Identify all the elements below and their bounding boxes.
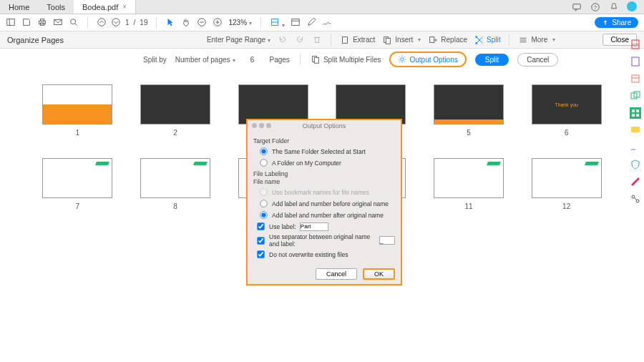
page-thumb[interactable] (434, 158, 504, 198)
rail-more-tools-icon[interactable] (630, 193, 641, 205)
split-cancel-button[interactable]: Cancel (517, 53, 558, 67)
tab-tools[interactable]: Tools (38, 0, 74, 14)
traffic-max-icon[interactable] (266, 123, 271, 128)
split-mode-dropdown[interactable]: Number of pages (175, 56, 235, 64)
target-folder-heading: Target Folder (253, 137, 395, 145)
check-use-label-label: Use label: (269, 223, 296, 230)
page-range-dropdown[interactable]: Enter Page Range (207, 36, 270, 44)
svg-rect-25 (386, 38, 391, 44)
page-thumb[interactable] (140, 158, 210, 198)
rail-comment-icon[interactable] (630, 124, 641, 136)
trash-icon[interactable] (312, 34, 322, 46)
tab-home[interactable]: Home (0, 0, 38, 14)
rail-protect-icon[interactable] (630, 159, 641, 170)
zoom-value[interactable]: 123% (228, 19, 252, 26)
svg-rect-26 (430, 36, 434, 42)
hand-icon[interactable] (181, 17, 191, 29)
rail-export-pdf-icon[interactable]: PDF (630, 39, 641, 50)
page-current[interactable]: 1 (125, 19, 130, 26)
page-number: 5 (467, 129, 471, 137)
zoom-out-icon[interactable] (197, 17, 207, 29)
radio-label-before[interactable] (260, 200, 267, 207)
svg-line-10 (75, 23, 77, 25)
rail-edit-pdf-icon[interactable] (630, 73, 641, 84)
bell-icon[interactable] (608, 1, 620, 13)
replace-button[interactable]: Replace (428, 35, 467, 45)
fit-dropdown-icon[interactable] (270, 17, 285, 29)
rotate-left-icon[interactable] (278, 34, 288, 46)
sign-icon[interactable] (322, 17, 332, 29)
rail-fill-sign-icon[interactable] (630, 142, 641, 153)
svg-rect-38 (632, 75, 639, 82)
help-icon[interactable]: ? (590, 1, 601, 13)
zoom-in-icon[interactable] (213, 17, 223, 29)
traffic-min-icon[interactable] (259, 123, 264, 128)
page-number: 8 (173, 202, 177, 210)
radio-same-folder-label: The Same Folder Selected at Start (272, 148, 366, 155)
file-name-heading: File name (253, 178, 395, 185)
extract-label: Extract (353, 36, 375, 44)
avatar[interactable] (627, 1, 637, 11)
split-tool[interactable]: Split (474, 35, 500, 45)
more-dropdown[interactable]: More (518, 35, 555, 45)
svg-rect-21 (316, 37, 319, 42)
rail-create-pdf-icon[interactable] (630, 56, 641, 67)
page-thumb[interactable] (434, 84, 504, 124)
page-thumb[interactable] (140, 84, 210, 124)
rail-organize-icon[interactable] (630, 107, 641, 119)
page-number: 12 (562, 202, 570, 210)
dialog-title: Output Options (303, 122, 346, 129)
read-mode-icon[interactable] (291, 17, 301, 29)
split-count[interactable]: 6 (244, 56, 261, 64)
page-up-icon[interactable] (97, 17, 107, 29)
chat-icon[interactable] (571, 1, 582, 13)
tab-document-label: Bodea.pdf (82, 3, 118, 11)
traffic-close-icon[interactable] (252, 123, 257, 128)
mail-icon[interactable] (53, 17, 63, 29)
svg-rect-23 (343, 36, 348, 43)
separator-input[interactable] (379, 236, 395, 245)
share-button[interactable]: Share (595, 17, 638, 28)
check-use-separator[interactable] (257, 237, 264, 244)
save-icon[interactable] (21, 17, 31, 29)
svg-rect-43 (636, 109, 639, 112)
search-icon[interactable] (69, 17, 79, 29)
close-tab-icon[interactable]: × (122, 3, 127, 11)
page-thumb[interactable] (532, 158, 602, 198)
rail-combine-icon[interactable] (630, 90, 641, 102)
annotate-icon[interactable] (306, 17, 316, 29)
page-total: 19 (140, 19, 147, 26)
svg-point-11 (98, 18, 106, 26)
radio-label-before-label: Add label and number before original nam… (272, 200, 389, 207)
sidebar-toggle-icon[interactable] (6, 17, 16, 29)
split-button[interactable]: Split (475, 54, 509, 66)
print-icon[interactable] (37, 17, 47, 29)
radio-my-computer[interactable] (260, 159, 267, 166)
check-no-overwrite[interactable] (257, 250, 264, 258)
check-use-label[interactable] (257, 222, 264, 230)
rotate-right-icon[interactable] (295, 34, 305, 46)
radio-same-folder[interactable] (260, 147, 267, 155)
radio-my-computer-label: A Folder on My Computer (272, 160, 341, 167)
pointer-icon[interactable] (165, 17, 175, 29)
page-thumb[interactable]: Thank you (532, 84, 602, 124)
insert-dropdown[interactable]: Insert (382, 35, 421, 45)
extract-button[interactable]: Extract (340, 35, 375, 45)
dialog-cancel-button[interactable]: Cancel (316, 268, 357, 280)
page-number: 6 (565, 129, 569, 137)
use-label-input[interactable] (300, 222, 328, 231)
dialog-ok-button[interactable]: OK (363, 268, 395, 280)
page-number: 1 (76, 129, 80, 137)
output-options-button[interactable]: Output Options (389, 52, 466, 67)
tab-document[interactable]: Bodea.pdf × (74, 0, 136, 14)
page-down-icon[interactable] (111, 17, 121, 29)
rail-redact-icon[interactable] (630, 176, 641, 187)
svg-point-34 (401, 58, 404, 62)
split-multiple-button[interactable]: Split Multiple Files (311, 54, 381, 64)
radio-label-after[interactable] (260, 211, 267, 218)
svg-rect-0 (573, 4, 581, 9)
split-label: Split (487, 36, 500, 44)
page-thumb[interactable] (42, 158, 112, 198)
svg-rect-45 (636, 114, 639, 117)
page-thumb[interactable] (42, 84, 112, 124)
